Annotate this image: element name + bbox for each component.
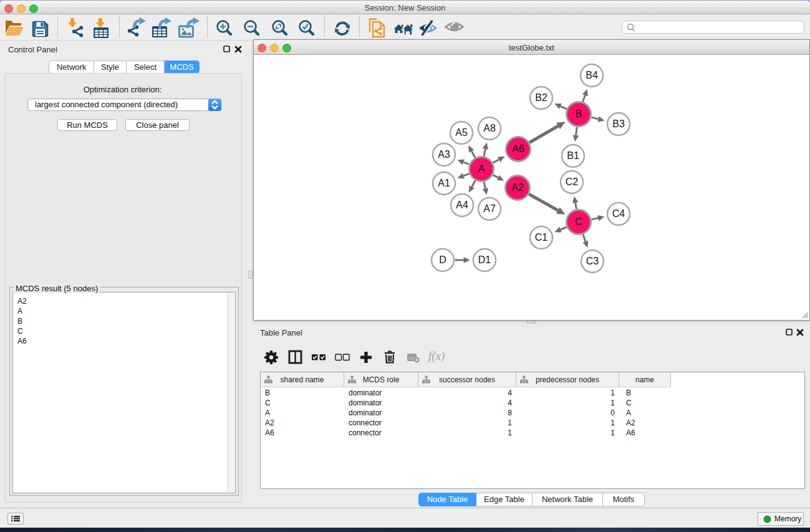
svg-text:C1: C1: [535, 232, 548, 243]
svg-text:A1: A1: [438, 178, 450, 188]
svg-text:A8: A8: [483, 123, 496, 133]
svg-text:A5: A5: [455, 127, 468, 138]
svg-text:C4: C4: [612, 208, 625, 219]
svg-text:A: A: [478, 163, 485, 174]
svg-text:B3: B3: [612, 118, 625, 129]
svg-text:A2: A2: [511, 182, 524, 193]
svg-text:A7: A7: [483, 203, 496, 214]
svg-text:B2: B2: [535, 92, 547, 103]
svg-text:A6: A6: [512, 143, 524, 154]
svg-text:C2: C2: [566, 177, 579, 187]
svg-text:C3: C3: [586, 256, 599, 266]
svg-text:B4: B4: [586, 70, 598, 80]
svg-text:A3: A3: [438, 149, 450, 160]
svg-text:D1: D1: [478, 254, 491, 265]
svg-text:B1: B1: [567, 150, 579, 161]
svg-text:B: B: [576, 109, 582, 119]
svg-text:C: C: [575, 216, 582, 227]
svg-text:D: D: [439, 254, 446, 265]
svg-text:A4: A4: [456, 200, 468, 210]
